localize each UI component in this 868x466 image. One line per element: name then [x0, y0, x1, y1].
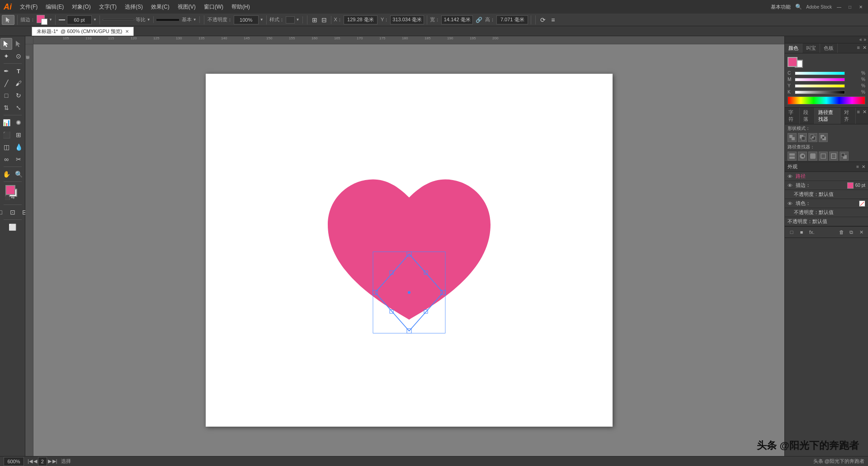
style-swatch[interactable]	[286, 16, 295, 24]
y-input[interactable]	[390, 15, 424, 24]
stroke-eye-icon[interactable]: 👁	[788, 183, 794, 188]
hand-tool[interactable]: ✋	[0, 168, 12, 180]
link-icon[interactable]: 🔗	[476, 17, 482, 23]
trim-btn[interactable]	[798, 152, 807, 161]
channel-M-slider[interactable]	[795, 78, 845, 81]
fill-color-swatch[interactable]	[5, 185, 15, 195]
scissors-tool[interactable]: ✂	[13, 153, 24, 165]
menu-edit[interactable]: 编辑(E)	[42, 2, 67, 12]
h-input[interactable]	[496, 15, 528, 24]
outline-btn[interactable]	[829, 152, 838, 161]
pathfinder-panel-close[interactable]: ✕	[861, 108, 868, 124]
x-input[interactable]	[344, 15, 377, 24]
search-icon[interactable]: 🔍	[794, 3, 802, 11]
stroke-style-down[interactable]: ▼	[147, 18, 151, 22]
appearance-panel-header[interactable]: 外观 ≡ ✕	[785, 162, 868, 172]
close-button[interactable]: ✕	[857, 3, 864, 10]
zoom-input[interactable]	[4, 457, 24, 466]
color-tab[interactable]: 颜色	[785, 43, 802, 53]
canvas-area[interactable]: 105 110 115 120 125 130 135 140 145 150 …	[25, 36, 784, 456]
symbol-tool[interactable]: ✺	[13, 117, 24, 128]
artboard-container[interactable]	[33, 44, 784, 456]
center-point[interactable]	[408, 291, 410, 294]
add-new-stroke-btn[interactable]: □	[788, 228, 796, 236]
draw-normal-btn[interactable]: □	[0, 206, 6, 218]
merge-btn[interactable]	[808, 152, 817, 161]
gradient-tool[interactable]: ◫	[0, 141, 12, 153]
char-tab[interactable]: 字符	[785, 108, 800, 124]
distribute-icon[interactable]: ⊟	[320, 16, 328, 24]
page-prev2-btn[interactable]: ◀	[33, 458, 37, 464]
draw-inside-btn[interactable]: ⊡	[7, 206, 19, 218]
graph-tool[interactable]: 📊	[0, 117, 12, 128]
color-spectrum-bar[interactable]	[788, 96, 865, 105]
w-input[interactable]	[441, 15, 473, 24]
page-next2-btn[interactable]: ▶|	[52, 458, 57, 464]
magic-wand-tool[interactable]: ✦	[0, 50, 12, 62]
menu-file[interactable]: 文件(F)	[16, 2, 41, 12]
blend-tool[interactable]: ∞	[0, 153, 12, 165]
menu-object[interactable]: 对象(O)	[68, 2, 94, 12]
channel-K-slider[interactable]	[795, 90, 845, 94]
line-tool[interactable]: ╱	[0, 77, 12, 89]
para-tab[interactable]: 段落	[800, 108, 815, 124]
transform-icon[interactable]: ⟳	[539, 16, 547, 24]
perspective-tool[interactable]: ⬛	[0, 129, 12, 141]
menu-select[interactable]: 选择(S)	[121, 2, 146, 12]
minus-front-btn[interactable]	[798, 133, 807, 142]
stroke-appear-swatch[interactable]	[847, 182, 854, 189]
divide-btn[interactable]	[788, 152, 797, 161]
zoom-tool[interactable]: 🔍	[13, 168, 24, 180]
duplicate-item-btn[interactable]: ⧉	[847, 228, 855, 236]
doc-tab-active[interactable]: 未标题-1* @ 600% (CMYK/GPU 预览) ✕	[32, 27, 134, 36]
page-number-input[interactable]	[38, 457, 47, 466]
heart-fill-path[interactable]	[328, 180, 491, 320]
direct-selection-tool[interactable]	[13, 38, 24, 50]
stroke-color-swatch[interactable]	[37, 15, 47, 25]
opacity-input[interactable]	[234, 15, 259, 24]
style-down[interactable]: ▼	[296, 18, 300, 22]
page-prev-btn[interactable]: |◀	[28, 458, 33, 464]
reflect-tool[interactable]: ⇅	[0, 102, 12, 114]
panel-expand-btn[interactable]: »	[863, 37, 866, 42]
rectangle-tool[interactable]: □	[0, 90, 12, 101]
selection-tool[interactable]	[0, 38, 12, 50]
clear-appearance-btn[interactable]: 🗑	[837, 228, 845, 236]
color-panel-menu[interactable]: ≡	[856, 43, 861, 53]
stroke-size-input[interactable]	[67, 15, 92, 24]
color-panel-close[interactable]: ✕	[861, 43, 868, 53]
intersect-btn[interactable]	[808, 133, 817, 142]
panel-collapse-btn[interactable]: «	[859, 37, 862, 42]
rotate-tool[interactable]: ↻	[13, 90, 24, 101]
stroke-dropdown-arrow[interactable]: ▼	[49, 18, 52, 22]
appearance-panel-menu[interactable]: ≡	[856, 164, 859, 169]
doc-tab-close[interactable]: ✕	[125, 29, 129, 34]
lasso-tool[interactable]: ⊙	[13, 50, 24, 62]
pathfinder-tab[interactable]: 路径查找器	[815, 108, 840, 124]
screen-mode-btn[interactable]: ⬜	[4, 221, 22, 233]
heart-shape-container[interactable]	[305, 143, 513, 338]
appearance-panel-close[interactable]: ✕	[862, 164, 865, 169]
unite-btn[interactable]	[788, 133, 797, 142]
menu-text[interactable]: 文字(T)	[95, 2, 120, 12]
page-next-btn[interactable]: ▶	[48, 458, 52, 464]
menu-help[interactable]: 帮助(H)	[228, 2, 254, 12]
crop-btn[interactable]	[819, 152, 828, 161]
paintbrush-tool[interactable]: 🖌	[13, 77, 24, 89]
channel-Y-slider[interactable]	[795, 84, 845, 88]
align-icon[interactable]: ⊞	[311, 16, 319, 24]
menu-window[interactable]: 窗口(W)	[200, 2, 227, 12]
heart-svg[interactable]	[305, 143, 513, 338]
minus-back-btn[interactable]	[840, 152, 849, 161]
warp-tool[interactable]: ⤡	[13, 102, 24, 114]
add-new-fill-btn[interactable]: ■	[797, 228, 806, 236]
fill-swatch-large[interactable]	[788, 57, 797, 67]
menu-effect[interactable]: 效果(C)	[147, 2, 173, 12]
swatch-tab[interactable]: 色板	[820, 43, 838, 53]
selection-tool-active[interactable]	[2, 15, 14, 25]
maximize-button[interactable]: □	[846, 3, 854, 10]
align-obj-icon[interactable]: ≡	[549, 16, 557, 24]
fill-eye-icon[interactable]: 👁	[788, 201, 794, 206]
fill-none-swatch[interactable]	[859, 200, 865, 207]
channel-C-slider[interactable]	[795, 71, 845, 75]
